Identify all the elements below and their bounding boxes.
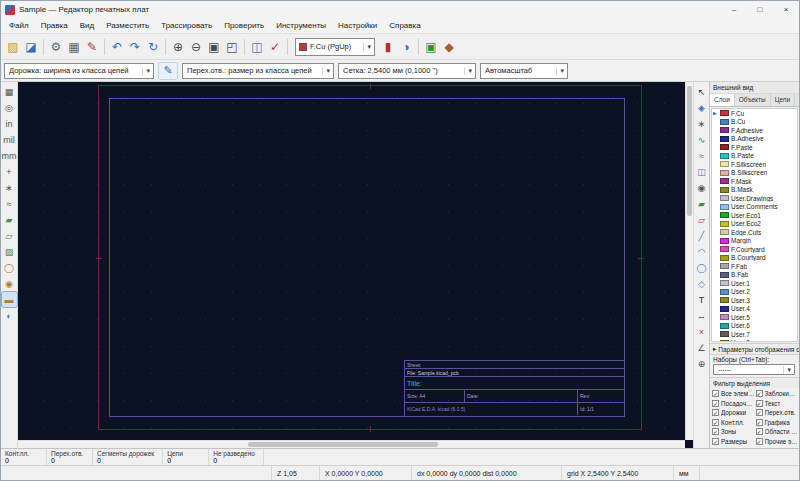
layer-row[interactable]: ▶ User.1 [712, 279, 797, 288]
layer-row[interactable]: ▶ User.5 [712, 313, 797, 322]
layer-row[interactable]: ▶ User.Eco1 [712, 211, 797, 220]
edit-predefined-sizes-icon[interactable]: ✎ [158, 62, 178, 80]
add-text-icon[interactable]: T [694, 292, 709, 307]
layer-color-swatch[interactable] [720, 314, 729, 320]
menu-edit[interactable]: Правка [35, 18, 74, 33]
layer-color-swatch[interactable] [720, 297, 729, 303]
layer-color-swatch[interactable] [720, 323, 729, 329]
layer-row[interactable]: ▶ F.Fab [712, 262, 797, 271]
filter-item[interactable]: ✓ Текст [756, 399, 799, 409]
layer-color-swatch[interactable] [720, 204, 729, 210]
checkbox-icon[interactable]: ✓ [756, 438, 763, 445]
print-icon[interactable]: ▦ [65, 37, 83, 57]
ratsnest-curved-icon[interactable]: ≈ [2, 196, 17, 211]
filter-item[interactable]: ✓ Области зап... [756, 427, 799, 437]
zoom-in-icon[interactable]: ⊕ [169, 37, 187, 57]
layer-color-swatch[interactable] [720, 331, 729, 337]
layer-color-swatch[interactable] [720, 289, 729, 295]
add-circle-icon[interactable]: ◯ [694, 260, 709, 275]
checkbox-icon[interactable]: ✓ [756, 400, 763, 407]
layer-row[interactable]: ▶ B.Fab [712, 271, 797, 280]
layer-color-swatch[interactable] [720, 340, 729, 342]
zone-display-filled-icon[interactable]: ▰ [2, 212, 17, 227]
layer-row[interactable]: ▶ B.Mask [712, 186, 797, 195]
layer-row[interactable]: ▶ User.6 [712, 322, 797, 331]
horizontal-scroll-thumb[interactable] [248, 442, 438, 447]
layer-color-swatch[interactable] [720, 144, 729, 150]
checkbox-icon[interactable]: ✓ [712, 400, 719, 407]
cursor-shape-icon[interactable]: + [2, 164, 17, 179]
polar-coordinates-icon[interactable]: ◎ [2, 100, 17, 115]
checkbox-icon[interactable]: ✓ [756, 428, 763, 435]
add-arc-icon[interactable]: ◠ [694, 244, 709, 259]
layer-row[interactable]: ▶ B.Courtyard [712, 254, 797, 263]
open-board-icon[interactable]: ▨ [4, 37, 22, 57]
high-contrast-icon[interactable]: ◑ [397, 37, 415, 57]
add-via-icon[interactable]: ◉ [694, 180, 709, 195]
layer-color-swatch[interactable] [720, 212, 729, 218]
layer-row[interactable]: ▶ B.Paste [712, 152, 797, 161]
menu-view[interactable]: Вид [74, 18, 100, 33]
local-ratsnest-icon[interactable]: ∗ [694, 116, 709, 131]
filter-item[interactable]: ✓ Заблокирован... [756, 389, 799, 399]
filter-item[interactable]: ✓ Зоны [712, 427, 755, 437]
route-diff-pair-icon[interactable]: ≈ [694, 148, 709, 163]
layer-row[interactable]: ▶ F.Paste [712, 143, 797, 152]
add-zone-icon[interactable]: ▰ [694, 196, 709, 211]
layer-display-options-section[interactable]: ▸ Параметры отображения сло... [710, 343, 799, 354]
filter-item[interactable]: ✓ Перех.отв. [756, 408, 799, 418]
canvas-vertical-scrollbar[interactable] [685, 82, 693, 440]
layer-color-swatch[interactable] [720, 246, 729, 252]
layer-row[interactable]: ▶ User.Eco2 [712, 220, 797, 229]
zoom-selection-icon[interactable]: ◰ [223, 37, 241, 57]
ratsnest-visibility-icon[interactable]: ∗ [2, 180, 17, 195]
layer-color-swatch[interactable] [720, 127, 729, 133]
layer-color-swatch[interactable] [720, 161, 729, 167]
layer-row[interactable]: ▶ F.Adhesive [712, 126, 797, 135]
units-mm-icon[interactable]: mm [2, 148, 17, 163]
layer-color-swatch[interactable] [720, 263, 729, 269]
footprint-editor-icon[interactable]: ◫ [248, 37, 266, 57]
menu-place[interactable]: Разместить [100, 18, 155, 33]
layer-color-swatch[interactable] [720, 280, 729, 286]
filter-item[interactable]: ✓ Конт.пл. [712, 418, 755, 428]
layer-row[interactable]: ▶ Edge.Cuts [712, 228, 797, 237]
tab-nets[interactable]: Цепи [771, 94, 796, 106]
plot-icon[interactable]: ✎ [83, 37, 101, 57]
close-button[interactable]: × [773, 1, 799, 18]
board-setup-icon[interactable]: ⚙ [47, 37, 65, 57]
checkbox-icon[interactable]: ✓ [712, 428, 719, 435]
layer-row[interactable]: ▶ B.Silkscreen [712, 169, 797, 178]
layer-color-swatch[interactable] [720, 153, 729, 159]
layer-row[interactable]: ▶ User.3 [712, 296, 797, 305]
layer-row[interactable]: ▶ User.Drawings [712, 194, 797, 203]
layer-row[interactable]: ▶ User.Comments [712, 203, 797, 212]
appearance-panel-caption[interactable]: Внешний вид [710, 82, 799, 94]
checkbox-icon[interactable]: ✓ [712, 438, 719, 445]
layer-row[interactable]: ▶ User.8 [712, 339, 797, 343]
add-footprint-icon[interactable]: ◫ [694, 164, 709, 179]
plugins-icon[interactable]: ◆ [440, 37, 458, 57]
filter-item[interactable]: ✓ Размеры [712, 437, 755, 447]
vertical-scroll-thumb[interactable] [687, 86, 692, 216]
layer-row[interactable]: ▶ User.2 [712, 288, 797, 297]
redo-icon[interactable]: ↷ [126, 37, 144, 57]
filter-item[interactable]: ✓ Прочие эле... [756, 437, 799, 447]
units-mils-icon[interactable]: mil [2, 132, 17, 147]
add-keepout-icon[interactable]: ▱ [694, 212, 709, 227]
active-layer-selector[interactable]: F.Cu (PgUp) ▾ [295, 38, 375, 56]
via-size-select[interactable]: Перех.отв.: размер из класса цепей ▾ [182, 63, 334, 79]
vias-outline-icon[interactable]: ◉ [2, 276, 17, 291]
checkbox-icon[interactable]: ✓ [756, 409, 763, 416]
track-width-select[interactable]: Дорожка: ширина из класса цепей ▾ [4, 63, 154, 79]
layer-color-swatch[interactable] [720, 255, 729, 261]
layer-color-swatch[interactable] [720, 110, 729, 116]
zone-display-outline-icon[interactable]: ▱ [2, 228, 17, 243]
checkbox-icon[interactable]: ✓ [756, 390, 763, 397]
presets-select[interactable]: ------ ▾ [713, 364, 795, 375]
pads-outline-icon[interactable]: ◯ [2, 260, 17, 275]
add-polygon-icon[interactable]: ◇ [694, 276, 709, 291]
menu-tools[interactable]: Инструменты [270, 18, 332, 33]
canvas-horizontal-scrollbar[interactable] [18, 440, 685, 448]
minimize-button[interactable]: – [721, 1, 747, 18]
